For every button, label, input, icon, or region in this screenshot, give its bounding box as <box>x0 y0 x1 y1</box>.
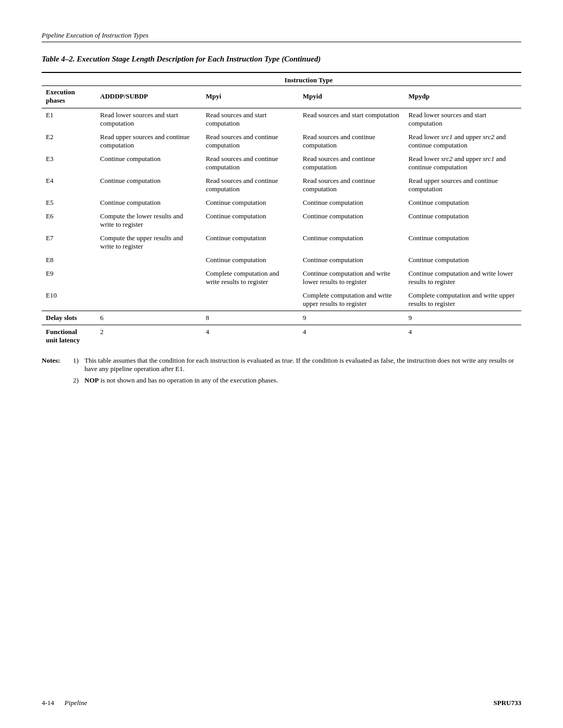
cell-mpydp: Read lower sources and start computation <box>404 108 521 131</box>
cell-adddp <box>96 253 202 267</box>
footer-title: Pipeline <box>65 699 87 707</box>
cell-adddp <box>96 289 202 311</box>
cell-phase: E9 <box>42 267 96 289</box>
col-header-execution <box>42 72 96 86</box>
header-title: Pipeline Execution of Instruction Types <box>42 31 149 40</box>
th-mpyi: Mpyi <box>202 86 299 108</box>
page-header: Pipeline Execution of Instruction Types <box>42 31 521 42</box>
cell-mpyid: Complete computation and write upper res… <box>299 289 405 311</box>
note-1-number: 1) <box>73 356 84 373</box>
footer-cell-mpyid: 9 <box>299 311 405 325</box>
footer-cell-mpyi: 8 <box>202 311 299 325</box>
cell-phase: E8 <box>42 253 96 267</box>
cell-adddp: Compute the lower results and write to r… <box>96 209 202 231</box>
footer-page-number: 4-14 <box>42 699 54 707</box>
cell-mpyid: Read sources and continue computation <box>299 130 405 152</box>
cell-phase: E6 <box>42 209 96 231</box>
cell-mpydp: Continue computation <box>404 253 521 267</box>
cell-adddp <box>96 267 202 289</box>
footer-label: Functionalunit latency <box>42 325 96 348</box>
footer-cell-mpyid: 4 <box>299 325 405 348</box>
cell-adddp: Continue computation <box>96 152 202 174</box>
footer-left: 4-14 Pipeline <box>42 699 87 707</box>
cell-phase: E1 <box>42 108 96 131</box>
footer-cell-mpyi: 4 <box>202 325 299 348</box>
notes-label: Notes: <box>42 356 73 373</box>
cell-mpyid: Continue computation <box>299 196 405 209</box>
table-row: E8Continue computationContinue computati… <box>42 253 521 267</box>
cell-mpydp: Continue computation <box>404 231 521 253</box>
cell-mpyi: Read sources and start computation <box>202 108 299 131</box>
table-footer-row: Functionalunit latency2444 <box>42 325 521 348</box>
cell-mpydp: Continue computation <box>404 209 521 231</box>
cell-mpyi <box>202 289 299 311</box>
table-row: E1Read lower sources and start computati… <box>42 108 521 131</box>
cell-mpyi: Continue computation <box>202 231 299 253</box>
page: Pipeline Execution of Instruction Types … <box>0 0 563 728</box>
cell-mpyid: Read sources and continue computation <box>299 152 405 174</box>
cell-mpyid: Continue computation <box>299 253 405 267</box>
cell-phase: E4 <box>42 174 96 196</box>
cell-mpyi: Read sources and continue computation <box>202 130 299 152</box>
table-row: E3Continue computationRead sources and c… <box>42 152 521 174</box>
cell-mpyid: Read sources and start computation <box>299 108 405 131</box>
footer-label: Delay slots <box>42 311 96 325</box>
table-row: E6Compute the lower results and write to… <box>42 209 521 231</box>
cell-mpyid: Continue computation <box>299 209 405 231</box>
cell-phase: E7 <box>42 231 96 253</box>
th-mpyid: Mpyid <box>299 86 405 108</box>
notes-row-2: 2) NOP is not shown and has no operation… <box>42 376 521 385</box>
cell-mpydp: Continue computation and write lower res… <box>404 267 521 289</box>
page-footer: 4-14 Pipeline SPRU733 <box>42 699 521 707</box>
footer-cell-mpydp: 9 <box>404 311 521 325</box>
cell-adddp: Compute the upper results and write to r… <box>96 231 202 253</box>
footer-doc-id: SPRU733 <box>494 699 521 707</box>
cell-mpydp: Read lower src2 and upper src1 and conti… <box>404 152 521 174</box>
footer-cell-mpydp: 4 <box>404 325 521 348</box>
table-row: E9Complete computation and write results… <box>42 267 521 289</box>
cell-mpyi: Continue computation <box>202 209 299 231</box>
cell-phase: E5 <box>42 196 96 209</box>
th-adddp: ADDDP/SUBDP <box>96 86 202 108</box>
notes-header-row: Notes: 1) This table assumes that the co… <box>42 356 521 373</box>
table-row: E5Continue computationContinue computati… <box>42 196 521 209</box>
cell-phase: E3 <box>42 152 96 174</box>
main-table: Instruction Type Executionphases ADDDP/S… <box>42 72 521 347</box>
note-2-text: NOP is not shown and has no operation in… <box>84 376 521 385</box>
footer-cell-adddp: 2 <box>96 325 202 348</box>
note-2-number: 2) <box>73 376 84 385</box>
cell-mpyi: Read sources and continue computation <box>202 174 299 196</box>
cell-adddp: Read upper sources and continue computat… <box>96 130 202 152</box>
cell-phase: E2 <box>42 130 96 152</box>
cell-mpyid: Continue computation and write lower res… <box>299 267 405 289</box>
table-row: E4Continue computationRead sources and c… <box>42 174 521 196</box>
cell-adddp: Continue computation <box>96 174 202 196</box>
cell-mpyi: Read sources and continue computation <box>202 152 299 174</box>
cell-mpydp: Continue computation <box>404 196 521 209</box>
th-execution-phases: Executionphases <box>42 86 96 108</box>
table-title: Table 4–2. Execution Stage Length Descri… <box>42 55 521 64</box>
table-row: E2Read upper sources and continue comput… <box>42 130 521 152</box>
note-2-bold: NOP <box>84 376 99 384</box>
cell-mpyid: Continue computation <box>299 231 405 253</box>
cell-mpyi: Continue computation <box>202 253 299 267</box>
cell-adddp: Read lower sources and start computation <box>96 108 202 131</box>
cell-mpydp: Read lower src1 and upper src2 and conti… <box>404 130 521 152</box>
cell-mpyi: Complete computation and write results t… <box>202 267 299 289</box>
table-footer-row: Delay slots6899 <box>42 311 521 325</box>
cell-mpydp: Read upper sources and continue computat… <box>404 174 521 196</box>
note-1-text: This table assumes that the condition fo… <box>84 356 521 373</box>
cell-mpyid: Read sources and continue computation <box>299 174 405 196</box>
instruction-type-header: Instruction Type <box>96 72 521 86</box>
cell-phase: E10 <box>42 289 96 311</box>
cell-mpyi: Continue computation <box>202 196 299 209</box>
notes-section: Notes: 1) This table assumes that the co… <box>42 356 521 385</box>
cell-adddp: Continue computation <box>96 196 202 209</box>
cell-mpydp: Complete computation and write upper res… <box>404 289 521 311</box>
table-row: E10Complete computation and write upper … <box>42 289 521 311</box>
footer-cell-adddp: 6 <box>96 311 202 325</box>
th-mpydp: Mpydp <box>404 86 521 108</box>
table-row: E7Compute the upper results and write to… <box>42 231 521 253</box>
